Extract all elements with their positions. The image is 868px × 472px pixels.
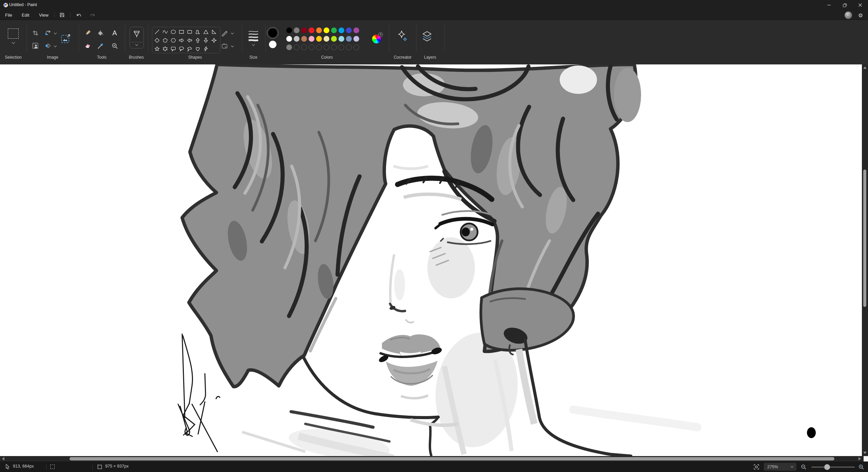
horizontal-scrollbar[interactable]: [0, 456, 868, 461]
palette-swatch[interactable]: [294, 27, 300, 33]
selection-tool-button[interactable]: [5, 25, 21, 47]
shape-oval[interactable]: [170, 28, 177, 35]
shape-down-arrow[interactable]: [202, 37, 209, 44]
shape-four-point-star[interactable]: [211, 37, 217, 44]
palette-swatch[interactable]: [339, 36, 344, 42]
color2-swatch[interactable]: [269, 41, 276, 48]
cocreator-button[interactable]: [396, 29, 410, 45]
shape-up-arrow[interactable]: [194, 37, 201, 44]
resize-button[interactable]: [60, 33, 72, 45]
edit-colors-button[interactable]: +: [371, 34, 382, 44]
magnifier-tool-button[interactable]: [111, 42, 119, 50]
menu-edit[interactable]: Edit: [19, 11, 32, 19]
file-preview-thumbnail[interactable]: [844, 11, 852, 19]
shape-right-arrow[interactable]: [178, 37, 185, 44]
fill-tool-button[interactable]: [96, 29, 104, 37]
shape-left-arrow[interactable]: [186, 37, 193, 44]
zoom-slider[interactable]: [811, 467, 855, 468]
save-button[interactable]: [57, 11, 67, 19]
drawing-canvas[interactable]: [0, 64, 862, 456]
shapes-grid: [152, 27, 220, 53]
menu-view[interactable]: View: [36, 11, 52, 19]
palette-swatch[interactable]: [286, 27, 292, 33]
size-button[interactable]: [246, 27, 261, 48]
chevron-down-icon[interactable]: [54, 44, 57, 47]
minimize-button[interactable]: [821, 0, 837, 10]
shape-lightning[interactable]: [202, 45, 209, 52]
zoom-out-button[interactable]: [799, 463, 808, 471]
shape-oval-callout[interactable]: [178, 45, 185, 52]
chevron-down-icon[interactable]: [54, 32, 57, 34]
zoom-in-button[interactable]: [857, 463, 866, 471]
undo-button[interactable]: [73, 11, 83, 19]
shape-curve[interactable]: [162, 28, 169, 35]
zoom-in-icon: [858, 464, 864, 470]
palette-swatch[interactable]: [316, 27, 322, 33]
shape-triangle[interactable]: [202, 28, 209, 35]
shape-rounded-rectangle[interactable]: [186, 28, 193, 35]
shape-cloud-callout[interactable]: [186, 45, 193, 52]
chevron-down-icon[interactable]: [231, 32, 234, 34]
settings-button[interactable]: ⚙: [856, 11, 865, 19]
vertical-scrollbar[interactable]: [862, 64, 868, 456]
palette-swatch[interactable]: [286, 44, 292, 50]
shape-diamond[interactable]: [154, 37, 160, 44]
shape-pentagon[interactable]: [162, 37, 169, 44]
chevron-down-icon[interactable]: [231, 44, 234, 47]
layers-button[interactable]: [420, 29, 434, 44]
horizontal-scroll-thumb[interactable]: [70, 457, 834, 460]
scroll-left-arrow[interactable]: [2, 457, 4, 460]
palette-swatch[interactable]: [324, 27, 329, 33]
scroll-up-arrow[interactable]: [863, 66, 867, 69]
palette-swatch[interactable]: [346, 27, 352, 33]
shape-six-point-star[interactable]: [162, 45, 169, 52]
vertical-scroll-thumb[interactable]: [863, 170, 866, 307]
palette-swatch[interactable]: [309, 36, 314, 42]
shape-hexagon[interactable]: [170, 37, 177, 44]
palette-swatch[interactable]: [316, 36, 322, 42]
palette-swatch[interactable]: [324, 36, 329, 42]
palette-swatch[interactable]: [331, 36, 337, 42]
pencil-tool-button[interactable]: [83, 29, 92, 37]
redo-button[interactable]: [88, 11, 98, 19]
palette-swatch[interactable]: [301, 27, 307, 33]
palette-swatch[interactable]: [331, 27, 337, 33]
shape-rounded-callout[interactable]: [170, 45, 177, 52]
zoom-slider-thumb[interactable]: [824, 464, 830, 470]
shape-polygon[interactable]: [194, 28, 201, 35]
scroll-down-arrow[interactable]: [863, 452, 867, 454]
shape-line[interactable]: [154, 28, 160, 35]
group-label-size: Size: [249, 55, 257, 60]
shape-heart[interactable]: [194, 45, 201, 52]
brushes-button[interactable]: [130, 27, 144, 48]
palette-swatch[interactable]: [339, 27, 344, 33]
fit-to-screen-button[interactable]: [752, 463, 761, 471]
scroll-right-arrow[interactable]: [859, 457, 861, 460]
color1-swatch[interactable]: [267, 27, 278, 39]
zoom-level-dropdown[interactable]: 275%: [764, 463, 796, 471]
shape-fill-button[interactable]: [220, 42, 229, 50]
palette-swatch[interactable]: [301, 36, 307, 42]
palette-swatch[interactable]: [309, 27, 314, 33]
maximize-button[interactable]: [837, 0, 852, 10]
palette-swatch[interactable]: [353, 27, 359, 33]
color-picker-tool-button[interactable]: [96, 42, 104, 50]
shape-outline-button[interactable]: [220, 29, 229, 37]
crop-icon: [32, 30, 39, 36]
eraser-tool-button[interactable]: [83, 42, 92, 50]
palette-swatch[interactable]: [353, 36, 359, 42]
rotate-button[interactable]: [44, 29, 52, 37]
palette-swatch[interactable]: [346, 36, 352, 42]
crop-button[interactable]: [31, 29, 39, 37]
remove-background-button[interactable]: [31, 42, 39, 50]
menu-file[interactable]: File: [2, 11, 15, 19]
add-color-plus-icon: +: [378, 32, 383, 37]
shape-rectangle[interactable]: [178, 28, 185, 35]
text-tool-button[interactable]: A: [111, 29, 119, 37]
palette-swatch[interactable]: [294, 36, 300, 42]
close-button[interactable]: [852, 0, 868, 10]
shape-five-point-star[interactable]: [154, 45, 160, 52]
palette-swatch[interactable]: [286, 36, 292, 42]
flip-button[interactable]: [44, 42, 52, 50]
shape-right-triangle[interactable]: [211, 28, 217, 35]
